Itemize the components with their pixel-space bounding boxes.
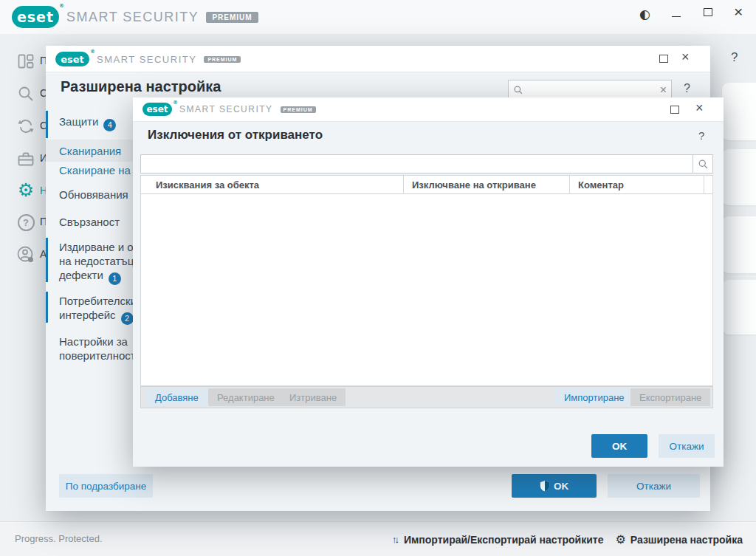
exclusions-table-body[interactable]: [140, 194, 713, 386]
dashboard-icon: [17, 52, 35, 70]
close-button[interactable]: ×: [681, 49, 690, 65]
maximize-button[interactable]: [670, 106, 679, 114]
count-badge: 4: [103, 119, 116, 131]
dialog-title: Изключения от откриването: [148, 128, 323, 143]
column-separator[interactable]: [704, 176, 704, 195]
exclusions-search-box[interactable]: [140, 154, 713, 174]
sidebar-item-updates[interactable]: Обновявания: [46, 188, 128, 201]
import-export-icon: ↑↓: [392, 534, 399, 545]
registered-mark: ®: [59, 3, 65, 9]
default-button[interactable]: По подразбиране: [59, 474, 153, 498]
search-input[interactable]: [526, 84, 657, 95]
search-icon: [513, 85, 523, 95]
nav-tools[interactable]: [16, 149, 35, 168]
brand: eset ® SMART SECURITY PREMIUM: [12, 6, 258, 28]
dialog-titlebar: eset ® SMART SECURITY PREMIUM ×: [133, 97, 724, 122]
main-titlebar: eset ® SMART SECURITY PREMIUM ◐ ×: [0, 0, 756, 34]
column-comment[interactable]: Коментар: [578, 179, 624, 191]
detection-exclusions-dialog: eset ® SMART SECURITY PREMIUM × Изключен…: [133, 97, 724, 467]
close-button[interactable]: ×: [734, 3, 743, 21]
sidebar-item-connectivity[interactable]: Свързаност: [46, 216, 120, 228]
help-icon[interactable]: ?: [698, 129, 704, 142]
column-separator[interactable]: [403, 176, 404, 195]
theme-toggle-icon[interactable]: ◐: [639, 7, 650, 21]
delete-button[interactable]: Изтриване: [281, 388, 346, 406]
nav-update[interactable]: [16, 117, 35, 136]
close-button[interactable]: ×: [695, 100, 704, 116]
count-badge: 2: [121, 312, 134, 325]
premium-badge: PREMIUM: [204, 56, 241, 63]
table-actions: Добавяне Редактиране Изтриване Импортира…: [140, 386, 713, 408]
statusbar: Progress. Protected. ↑↓ Импортирай/Експо…: [0, 521, 756, 556]
nav-home[interactable]: [16, 52, 35, 71]
eset-main-window: eset ® SMART SECURITY PREMIUM ◐ × П С: [0, 0, 756, 556]
nav-account[interactable]: [16, 245, 35, 264]
product-name: SMART SECURITY: [179, 104, 273, 114]
sidebar-item-user-interface[interactable]: Потребителски интерфейс2: [46, 294, 137, 325]
product-name: SMART SECURITY: [66, 10, 199, 25]
eset-logo: eset ®: [12, 6, 59, 28]
edit-button[interactable]: Редактиране: [208, 388, 284, 406]
sidebar-item-troubleshooting[interactable]: Издирване и от на недостатъци дефекти1: [46, 240, 140, 285]
minimize-button[interactable]: [672, 16, 681, 17]
search-button[interactable]: [693, 155, 712, 173]
eset-logo: eset ®: [55, 52, 89, 66]
sidebar-item-privacy[interactable]: Настройки за поверителност: [46, 334, 136, 363]
gear-icon: ⚙: [615, 532, 625, 546]
ok-button[interactable]: OK: [512, 474, 597, 498]
dialog-title: Разширена настройка: [61, 78, 221, 95]
dialog-titlebar: eset ® SMART SECURITY PREMIUM ×: [46, 46, 710, 72]
nav-scan[interactable]: [16, 84, 35, 103]
search-input[interactable]: [141, 155, 693, 173]
toolbox-icon: [17, 150, 35, 168]
eset-logo: eset ®: [142, 103, 172, 116]
sidebar-item-protections[interactable]: Защити4: [46, 115, 116, 131]
add-button[interactable]: Добавяне: [146, 388, 207, 406]
gear-icon: ⚙: [18, 181, 34, 199]
exclusions-table-header: Изисквания за обекта Изключване на откри…: [140, 175, 713, 194]
refresh-icon: [17, 117, 35, 135]
background-card: [722, 83, 756, 140]
maximize-button[interactable]: [659, 55, 668, 63]
page-help-icon[interactable]: ?: [731, 50, 738, 65]
column-detection-exclusion[interactable]: Изключване на откриване: [412, 179, 536, 191]
tagline: Progress. Protected.: [15, 533, 103, 544]
maximize-button[interactable]: [704, 8, 712, 16]
column-separator[interactable]: [569, 176, 570, 195]
nav-help[interactable]: ?: [16, 213, 35, 232]
advanced-setup-link[interactable]: ⚙ Разширена настройка: [615, 532, 743, 546]
account-icon: [16, 245, 35, 264]
nav-setup[interactable]: ⚙: [16, 180, 35, 199]
export-button[interactable]: Експортиране: [630, 388, 710, 406]
product-name: SMART SECURITY: [97, 54, 196, 65]
ok-button[interactable]: OK: [591, 434, 647, 458]
sidebar-item-scan-sub[interactable]: Сканиране на у: [46, 164, 140, 176]
premium-badge: PREMIUM: [206, 12, 258, 23]
background-card: [722, 216, 756, 273]
count-badge: 1: [109, 272, 121, 285]
column-object-criteria[interactable]: Изисквания за обекта: [156, 179, 259, 191]
help-icon: ?: [18, 214, 35, 231]
search-icon: [698, 159, 709, 170]
clear-search-icon[interactable]: ×: [660, 84, 667, 96]
cancel-button[interactable]: Откажи: [659, 434, 715, 458]
settings-search-box[interactable]: ×: [508, 80, 672, 100]
uac-shield-icon: [540, 480, 550, 492]
search-icon: [17, 85, 35, 103]
import-export-settings-link[interactable]: ↑↓ Импортирай/Експортирай настройките: [392, 534, 604, 546]
cancel-button[interactable]: Откажи: [608, 474, 700, 498]
help-icon[interactable]: ?: [684, 82, 690, 95]
background-card: [722, 149, 756, 205]
background-card: [722, 280, 756, 334]
import-button[interactable]: Импортиране: [555, 388, 633, 406]
premium-badge: PREMIUM: [281, 106, 316, 113]
